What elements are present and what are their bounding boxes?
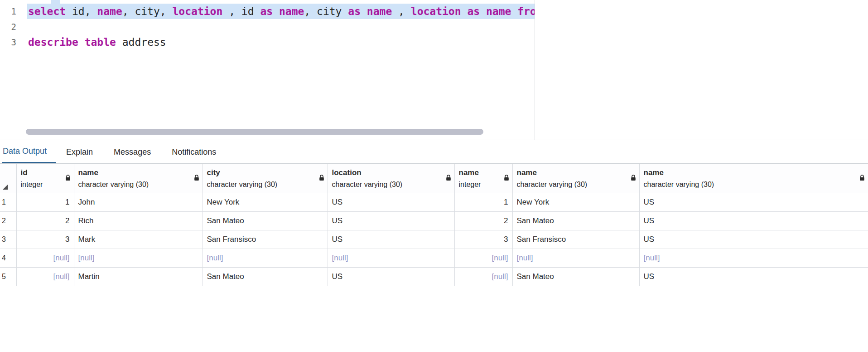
cell[interactable]: [null] — [203, 249, 328, 267]
column-header-name[interactable]: namecharacter varying (30) — [74, 164, 203, 193]
tab-notifications[interactable]: Notifications — [161, 141, 227, 163]
sql-keyword: from — [517, 5, 535, 17]
cell[interactable]: US — [639, 267, 868, 286]
code-line[interactable]: describe table address — [28, 34, 535, 50]
cell[interactable]: US — [328, 193, 454, 211]
cell[interactable]: San Mateo — [512, 211, 639, 230]
cell[interactable]: Martin — [74, 267, 203, 286]
sql-keyword: name — [367, 5, 392, 17]
tab-data-output[interactable]: Data Output — [2, 141, 56, 163]
cell[interactable]: [null] — [16, 267, 74, 286]
cell[interactable]: New York — [512, 193, 639, 211]
grid-row: 33MarkSan FransiscoUS3San FransiscoUS — [0, 230, 868, 249]
column-header-city[interactable]: citycharacter varying (30) — [203, 164, 328, 193]
line-number: 2 — [0, 19, 20, 34]
sql-text — [461, 5, 468, 17]
tab-explain[interactable]: Explain — [56, 141, 103, 163]
cell[interactable]: US — [328, 267, 454, 286]
row-number[interactable]: 5 — [0, 267, 16, 286]
row-number[interactable]: 1 — [0, 193, 16, 211]
lock-icon — [194, 175, 199, 181]
grid-row: 4[null][null][null][null][null][null][nu… — [0, 249, 868, 267]
cell[interactable]: [null] — [512, 249, 639, 267]
code-area[interactable]: select id, name, city, location , id as … — [28, 4, 535, 50]
cell[interactable]: 3 — [454, 230, 512, 249]
code-line[interactable]: select id, name, city, location , id as … — [27, 4, 535, 19]
sql-text — [361, 5, 367, 17]
column-name: name — [517, 167, 627, 179]
lock-icon — [446, 175, 451, 181]
grid-row: 5[null]MartinSan MateoUS[null]San MateoU… — [0, 267, 868, 286]
sql-text — [511, 5, 517, 17]
column-type: character varying (30) — [517, 179, 627, 190]
column-name: name — [644, 167, 856, 179]
cell[interactable]: [null] — [639, 249, 868, 267]
result-tabbar: Data OutputExplainMessagesNotifications — [0, 141, 868, 164]
sql-keyword: name — [486, 5, 511, 17]
sql-text: , city — [304, 5, 348, 17]
cell[interactable]: San Mateo — [203, 267, 328, 286]
sql-keyword: as — [260, 5, 273, 17]
select-all-corner[interactable] — [0, 164, 16, 193]
cell[interactable]: US — [328, 211, 454, 230]
sql-text: id, — [66, 5, 97, 17]
row-number[interactable]: 2 — [0, 211, 16, 230]
cell[interactable]: [null] — [454, 249, 512, 267]
lock-icon — [859, 175, 865, 181]
cell[interactable]: US — [328, 230, 454, 249]
data-output-panel: idintegernamecharacter varying (30)cityc… — [0, 164, 868, 286]
sql-keyword: name — [97, 5, 122, 17]
sql-keyword: name — [279, 5, 304, 17]
cell[interactable]: [null] — [328, 249, 454, 267]
cell[interactable]: New York — [203, 193, 328, 211]
cell[interactable]: US — [639, 230, 868, 249]
cell[interactable]: [null] — [16, 249, 74, 267]
sql-editor[interactable]: 123 select id, name, city, location , id… — [0, 0, 535, 140]
cell[interactable]: Mark — [74, 230, 203, 249]
cell[interactable]: San Mateo — [203, 211, 328, 230]
sql-text — [273, 5, 279, 17]
column-name: name — [78, 167, 191, 179]
column-header-location[interactable]: locationcharacter varying (30) — [328, 164, 454, 193]
sql-keyword: describe — [28, 36, 78, 48]
scrollbar-thumb[interactable] — [26, 129, 483, 135]
column-name: id — [21, 167, 62, 179]
sql-text: , id — [222, 5, 260, 17]
sql-text — [480, 5, 486, 17]
cell[interactable]: 2 — [454, 211, 512, 230]
column-header-name[interactable]: nameinteger — [454, 164, 512, 193]
lock-icon — [631, 175, 636, 181]
column-type: character varying (30) — [332, 179, 443, 190]
cell[interactable]: John — [74, 193, 203, 211]
grid-header-row: idintegernamecharacter varying (30)cityc… — [0, 164, 868, 193]
column-header-name[interactable]: namecharacter varying (30) — [512, 164, 639, 193]
column-header-name[interactable]: namecharacter varying (30) — [639, 164, 868, 193]
sql-keyword: table — [85, 36, 116, 48]
sql-text: address — [116, 36, 166, 48]
cell[interactable]: San Fransisco — [512, 230, 639, 249]
sql-text — [78, 36, 85, 48]
grid-row: 11JohnNew YorkUS1New YorkUS — [0, 193, 868, 211]
data-grid: idintegernamecharacter varying (30)cityc… — [0, 164, 868, 286]
cell[interactable]: US — [639, 211, 868, 230]
cell[interactable]: 1 — [16, 193, 74, 211]
column-type: character varying (30) — [207, 179, 316, 190]
column-type: integer — [459, 179, 501, 190]
cell[interactable]: San Mateo — [512, 267, 639, 286]
cell[interactable]: 3 — [16, 230, 74, 249]
cell[interactable]: 1 — [454, 193, 512, 211]
cell[interactable]: San Fransisco — [203, 230, 328, 249]
column-type: integer — [21, 179, 62, 190]
cell[interactable]: [null] — [74, 249, 203, 267]
cell[interactable]: 2 — [16, 211, 74, 230]
code-line[interactable] — [28, 19, 535, 34]
editor-gutter: 123 — [0, 4, 20, 50]
column-header-id[interactable]: idinteger — [16, 164, 74, 193]
cell[interactable]: [null] — [454, 267, 512, 286]
tab-messages[interactable]: Messages — [103, 141, 161, 163]
row-number[interactable]: 4 — [0, 249, 16, 267]
row-number[interactable]: 3 — [0, 230, 16, 249]
cell[interactable]: Rich — [74, 211, 203, 230]
cell[interactable]: US — [639, 193, 868, 211]
lock-icon — [319, 175, 324, 181]
